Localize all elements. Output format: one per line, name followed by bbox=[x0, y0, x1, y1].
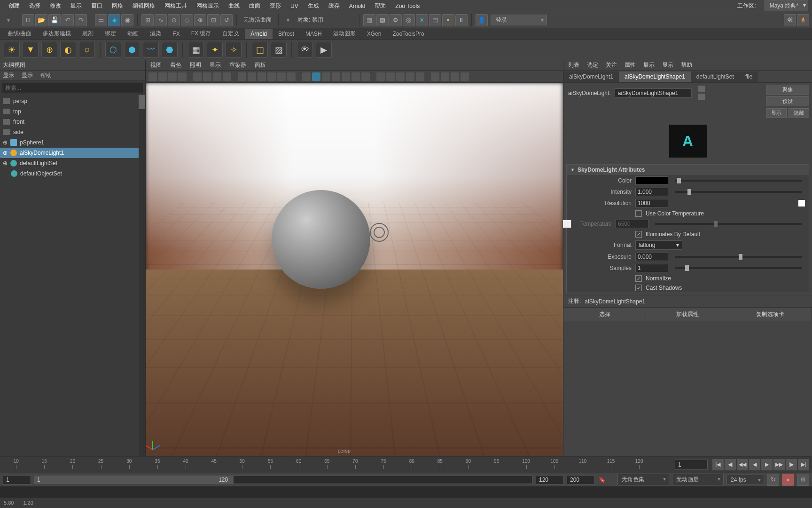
ae-tab-file[interactable]: file bbox=[740, 71, 758, 82]
render-settings-icon[interactable]: ⚙ bbox=[390, 14, 402, 26]
vp-gate-mask-icon[interactable] bbox=[267, 72, 276, 81]
menu-edit-mesh[interactable]: 编辑网格 bbox=[128, 2, 160, 10]
curve-collector-icon[interactable]: 〰 bbox=[143, 42, 159, 58]
arnold-ipr-icon[interactable]: ✧ bbox=[226, 42, 242, 58]
menu-deform[interactable]: 变形 bbox=[265, 2, 286, 10]
command-line[interactable] bbox=[0, 486, 812, 498]
ae-menu-selected[interactable]: 选定 bbox=[587, 61, 598, 69]
shelf-tab-arnold[interactable]: Arnold bbox=[245, 29, 273, 39]
light-editor-icon[interactable]: ☀ bbox=[416, 14, 428, 26]
shelf-tab-rigging[interactable]: 绑定 bbox=[99, 28, 122, 40]
ae-menu-list[interactable]: 列表 bbox=[568, 61, 579, 69]
outliner-item-defaultlightset[interactable]: ⊕defaultLightSet bbox=[0, 158, 145, 168]
vp-shadows-icon[interactable] bbox=[332, 72, 340, 81]
vp-toggle-1-icon[interactable] bbox=[431, 72, 439, 81]
vp-smooth-shade-icon[interactable] bbox=[312, 72, 320, 81]
time-slider[interactable]: 1015202530354045505560657075808590951001… bbox=[0, 457, 673, 473]
vp-grid-icon[interactable] bbox=[238, 72, 246, 81]
use-color-temp-checkbox[interactable] bbox=[635, 210, 642, 217]
menuset-dropdown[interactable]: ▾ bbox=[3, 14, 14, 26]
outliner-menu-display[interactable]: 显示 bbox=[3, 71, 14, 79]
vp-menu-view[interactable]: 视图 bbox=[150, 61, 162, 69]
ae-menu-help[interactable]: 帮助 bbox=[681, 61, 692, 69]
outliner-item-front[interactable]: front bbox=[0, 117, 145, 127]
ae-copy-tab-button[interactable]: 复制选项卡 bbox=[729, 308, 812, 321]
vp-menu-show[interactable]: 显示 bbox=[210, 61, 221, 69]
shelf-tab-sculpt[interactable]: 雕刻 bbox=[77, 28, 99, 40]
menu-create[interactable]: 创建 bbox=[4, 2, 24, 10]
select-tool-icon[interactable]: ▭ bbox=[95, 14, 107, 26]
render-view-shelf-icon[interactable]: ▦ bbox=[188, 42, 204, 58]
step-forward-key-icon[interactable]: |▶ bbox=[786, 459, 797, 470]
menu-surface[interactable]: 曲面 bbox=[244, 2, 265, 10]
character-set-dropdown[interactable]: 无角色集 bbox=[617, 474, 669, 485]
playback-end-input[interactable] bbox=[536, 475, 564, 484]
play-back-icon[interactable]: ◀ bbox=[749, 459, 760, 470]
ipr-icon[interactable]: ▩ bbox=[376, 14, 389, 26]
create-shader-icon[interactable]: ⬡ bbox=[105, 42, 121, 58]
human-ik-icon[interactable]: 🧍 bbox=[797, 14, 809, 26]
ae-load-attrs-button[interactable]: 加载属性 bbox=[646, 308, 729, 321]
vp-ao-icon[interactable] bbox=[342, 72, 350, 81]
ae-node-name-input[interactable] bbox=[615, 88, 692, 98]
vp-lock-cam-icon[interactable] bbox=[158, 72, 167, 81]
menu-uv[interactable]: UV bbox=[286, 3, 303, 9]
vp-select-cam-icon[interactable] bbox=[148, 72, 157, 81]
render-view-icon[interactable]: ✦ bbox=[442, 14, 454, 26]
samples-slider[interactable] bbox=[675, 267, 802, 269]
skydome-manipulator-icon[interactable] bbox=[370, 223, 389, 242]
vp-wire-shaded-icon[interactable] bbox=[302, 72, 311, 81]
step-back-key-icon[interactable]: ◀| bbox=[725, 459, 736, 470]
ae-menu-display[interactable]: 展示 bbox=[643, 61, 655, 69]
volume-icon[interactable]: ⬣ bbox=[162, 42, 178, 58]
photometric-light-icon[interactable]: ⊕ bbox=[41, 42, 57, 58]
account-icon[interactable]: 👤 bbox=[476, 14, 488, 26]
ae-hide-button[interactable]: 隐藏 bbox=[789, 108, 809, 118]
ae-select-button[interactable]: 选择 bbox=[563, 308, 646, 321]
anim-start-input[interactable] bbox=[3, 475, 31, 484]
menu-arnold[interactable]: Arnold bbox=[344, 3, 370, 9]
ae-menu-show[interactable]: 显示 bbox=[662, 61, 673, 69]
workspace-dropdown[interactable]: Maya 经典* bbox=[765, 0, 808, 11]
outliner-item-psphere1[interactable]: ⊕pSphere1 bbox=[0, 137, 145, 148]
ae-tab-shape[interactable]: aiSkyDomeLightShape1 bbox=[619, 71, 691, 82]
snap-curve-icon[interactable]: ∿ bbox=[155, 14, 167, 26]
menu-generate[interactable]: 生成 bbox=[303, 2, 324, 10]
menu-help[interactable]: 帮助 bbox=[370, 2, 390, 10]
open-scene-icon[interactable]: 📂 bbox=[35, 14, 47, 26]
snap-toggle-icon[interactable]: ↺ bbox=[220, 14, 233, 26]
outliner-menu-show[interactable]: 显示 bbox=[22, 71, 33, 79]
outliner-menu-help[interactable]: 帮助 bbox=[40, 71, 52, 79]
login-dropdown[interactable]: 登录 bbox=[491, 15, 547, 25]
vp-menu-shading[interactable]: 着色 bbox=[170, 61, 181, 69]
vp-view-transform-icon[interactable] bbox=[416, 72, 424, 81]
light-manager-icon[interactable]: ▨ bbox=[271, 42, 287, 58]
samples-input[interactable] bbox=[635, 264, 668, 272]
anim-end-input[interactable] bbox=[567, 475, 595, 484]
ae-nav-up-icon[interactable] bbox=[698, 86, 705, 92]
tx-manager-icon[interactable]: ◫ bbox=[252, 42, 268, 58]
vp-2d-pan-icon[interactable] bbox=[193, 72, 202, 81]
vp-isolate-icon[interactable] bbox=[376, 72, 385, 81]
outliner-item-top[interactable]: top bbox=[0, 106, 145, 117]
menu-modify[interactable]: 修改 bbox=[45, 2, 66, 10]
exposure-input[interactable] bbox=[635, 253, 668, 261]
mesh-light-icon[interactable]: ▼ bbox=[23, 42, 39, 58]
snap-view-icon[interactable]: ⊡ bbox=[207, 14, 219, 26]
anim-layer-dropdown[interactable]: 无动画层 bbox=[672, 474, 724, 485]
shelf-tab-fx[interactable]: FX bbox=[167, 29, 185, 39]
snap-point-icon[interactable]: ⊙ bbox=[168, 14, 180, 26]
new-scene-icon[interactable]: 🗋 bbox=[22, 14, 34, 26]
menu-curve[interactable]: 曲线 bbox=[224, 2, 244, 10]
sym-dropdown[interactable]: ▾ bbox=[282, 14, 294, 26]
play-forward-icon[interactable]: ▶ bbox=[761, 459, 773, 470]
hypershade-icon[interactable]: ◎ bbox=[403, 14, 415, 26]
shelf-tab-poly[interactable]: 多边形建模 bbox=[37, 28, 77, 40]
menu-zoo-tools[interactable]: Zoo Tools bbox=[390, 3, 424, 9]
vp-aa-icon[interactable] bbox=[361, 72, 370, 81]
menu-mesh-tools[interactable]: 网格工具 bbox=[160, 2, 192, 10]
arnold-render-icon[interactable]: ✦ bbox=[207, 42, 223, 58]
menu-window[interactable]: 窗口 bbox=[86, 2, 107, 10]
vp-gamma-icon[interactable] bbox=[406, 72, 414, 81]
ae-nav-down-icon[interactable] bbox=[698, 94, 705, 100]
